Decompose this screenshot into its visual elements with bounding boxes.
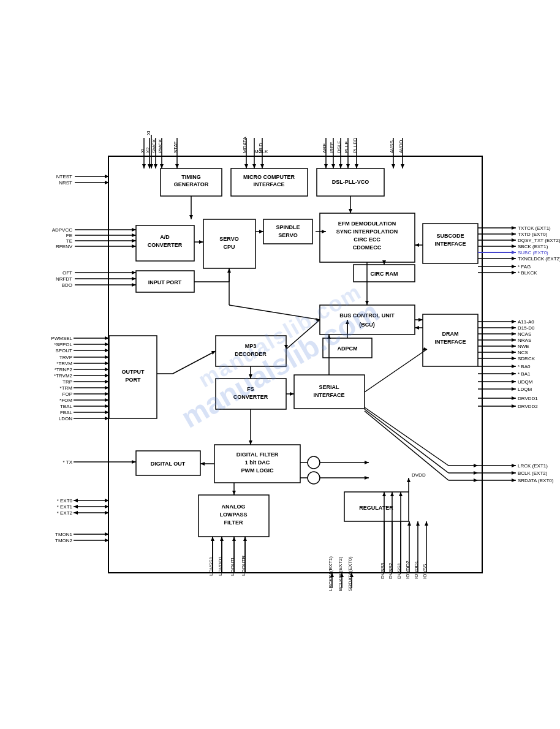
svg-text:NCAS: NCAS	[518, 331, 531, 337]
svg-text:OFT: OFT	[62, 270, 72, 276]
svg-text:DSL-PLL-VCO: DSL-PLL-VCO	[332, 179, 369, 185]
svg-text:LRCKIN (EXT1): LRCKIN (EXT1)	[328, 556, 333, 591]
svg-text:DIGITAL OUT: DIGITAL OUT	[151, 461, 186, 467]
svg-text:SERIAL: SERIAL	[319, 384, 339, 390]
svg-marker-267	[512, 471, 516, 475]
svg-marker-234	[512, 338, 516, 342]
svg-text:SPINDLE: SPINDLE	[276, 224, 300, 230]
svg-text:*TRVM: *TRVM	[56, 361, 72, 366]
diagram-svg: TIMING GENERATOR MICRO COMPUTER INTERFAC…	[50, 74, 510, 655]
svg-text:SERVO: SERVO	[278, 232, 297, 238]
svg-text:DVDD: DVDD	[412, 472, 426, 478]
svg-text:PORT: PORT	[125, 377, 141, 383]
svg-text:CIRC ECC: CIRC ECC	[354, 236, 380, 243]
svg-marker-201	[512, 226, 516, 230]
svg-marker-255	[512, 387, 516, 391]
svg-text:TXNCLDCK (EXT2): TXNCLDCK (EXT2)	[518, 256, 560, 262]
svg-text:*TRNP2: *TRNP2	[55, 367, 73, 372]
svg-text:FE: FE	[66, 233, 72, 238]
svg-text:TXTD (EXT0): TXTD (EXT0)	[518, 232, 548, 237]
svg-text:*TRVM2: *TRVM2	[54, 373, 73, 379]
svg-text:INTERFACE: INTERFACE	[253, 181, 284, 187]
svg-text:XI: XI	[146, 130, 151, 135]
svg-rect-15	[263, 219, 312, 244]
svg-marker-243	[512, 357, 516, 360]
svg-text:A11-A0: A11-A0	[518, 319, 534, 325]
svg-text:TRVP: TRVP	[59, 355, 72, 360]
svg-text:ADPVCC: ADPVCC	[52, 227, 73, 233]
svg-text:CDOMECC: CDOMECC	[353, 244, 382, 251]
svg-text:ADPCM: ADPCM	[338, 346, 358, 352]
svg-text:DQSY_TXT (EXT2): DQSY_TXT (EXT2)	[518, 238, 560, 243]
svg-text:* EXT2: * EXT2	[57, 510, 73, 516]
svg-text:TIMING: TIMING	[181, 174, 201, 180]
svg-text:RFENV: RFENV	[56, 244, 73, 249]
svg-marker-213	[512, 251, 516, 254]
svg-marker-193	[74, 511, 78, 515]
svg-marker-210	[512, 244, 516, 248]
svg-text:* EXT1: * EXT1	[57, 504, 73, 510]
svg-text:BUS CONTROL UNIT: BUS CONTROL UNIT	[339, 312, 395, 319]
svg-text:TE: TE	[66, 238, 72, 244]
svg-text:PWM LOGIC: PWM LOGIC	[241, 467, 274, 474]
svg-text:SUBCODE: SUBCODE	[436, 233, 464, 239]
svg-text:* BLKCK: * BLKCK	[518, 270, 537, 276]
svg-text:IOVDD2: IOVDD2	[405, 561, 411, 579]
svg-point-341	[308, 456, 320, 469]
svg-marker-270	[512, 478, 516, 482]
svg-text:BDO: BDO	[62, 282, 72, 288]
svg-text:REGULATER: REGULATER	[359, 505, 393, 511]
svg-text:MP3: MP3	[245, 343, 257, 349]
svg-text:* BA0: * BA0	[518, 364, 531, 369]
svg-marker-240	[512, 350, 516, 354]
svg-marker-185	[74, 499, 78, 502]
svg-text:LRCK (EXT1): LRCK (EXT1)	[518, 463, 548, 469]
svg-text:CPU: CPU	[223, 244, 235, 250]
svg-text:UDQM: UDQM	[518, 379, 533, 385]
svg-marker-189	[74, 505, 78, 508]
svg-text:FILTER: FILTER	[224, 519, 243, 526]
block-diagram: manualslib.com TIMING GENERATOR MICRO CO…	[50, 74, 510, 655]
svg-text:LDQM: LDQM	[518, 387, 532, 392]
svg-marker-258	[512, 396, 516, 400]
svg-text:INTERFACE: INTERFACE	[434, 241, 466, 247]
svg-text:*TRM: *TRM	[60, 385, 73, 391]
svg-text:INTERFACE: INTERFACE	[434, 339, 466, 345]
svg-text:FOP: FOP	[62, 391, 72, 397]
svg-text:DIGITAL FILTER: DIGITAL FILTER	[236, 451, 279, 458]
svg-text:INTERFACE: INTERFACE	[313, 392, 344, 398]
svg-point-342	[308, 472, 320, 484]
svg-text:BCLKIN (EXT2): BCLKIN (EXT2)	[338, 556, 343, 591]
svg-marker-228	[512, 326, 516, 330]
svg-marker-264	[512, 464, 516, 467]
svg-text:(BCU): (BCU)	[359, 322, 375, 328]
svg-text:TBAL: TBAL	[60, 404, 73, 409]
svg-text:NRFDT: NRFDT	[56, 276, 72, 282]
svg-text:FS: FS	[247, 386, 254, 392]
svg-marker-207	[512, 238, 516, 242]
svg-text:SYNC INTERPOLATION: SYNC INTERPOLATION	[336, 229, 398, 235]
svg-text:DECORDER: DECORDER	[235, 351, 267, 357]
svg-text:PWMSEL: PWMSEL	[51, 336, 72, 341]
svg-marker-219	[512, 265, 516, 268]
svg-marker-231	[512, 332, 516, 336]
svg-text:SERVO: SERVO	[219, 236, 238, 242]
svg-marker-204	[512, 232, 516, 236]
svg-text:IOVDD1: IOVDD1	[414, 561, 419, 579]
svg-text:DRVDD2: DRVDD2	[518, 404, 538, 409]
svg-text:TMON1: TMON1	[55, 532, 73, 537]
svg-text:TMON2: TMON2	[55, 538, 73, 543]
svg-text:NCS: NCS	[518, 350, 528, 355]
svg-text:LDON: LDON	[59, 416, 72, 421]
svg-marker-222	[512, 271, 516, 274]
svg-text:TXTCK (EXT1): TXTCK (EXT1)	[518, 225, 551, 231]
svg-text:TRP: TRP	[62, 379, 72, 385]
svg-marker-252	[512, 380, 516, 383]
svg-text:* FAG: * FAG	[518, 264, 531, 270]
svg-rect-30	[320, 305, 415, 334]
svg-text:MICRO COMPUTER: MICRO COMPUTER	[243, 174, 295, 180]
svg-text:DRAM: DRAM	[442, 331, 459, 337]
svg-text:GENERATOR: GENERATOR	[174, 181, 209, 187]
svg-text:A/D: A/D	[160, 234, 170, 240]
svg-text:DRVDD1: DRVDD1	[518, 396, 538, 401]
